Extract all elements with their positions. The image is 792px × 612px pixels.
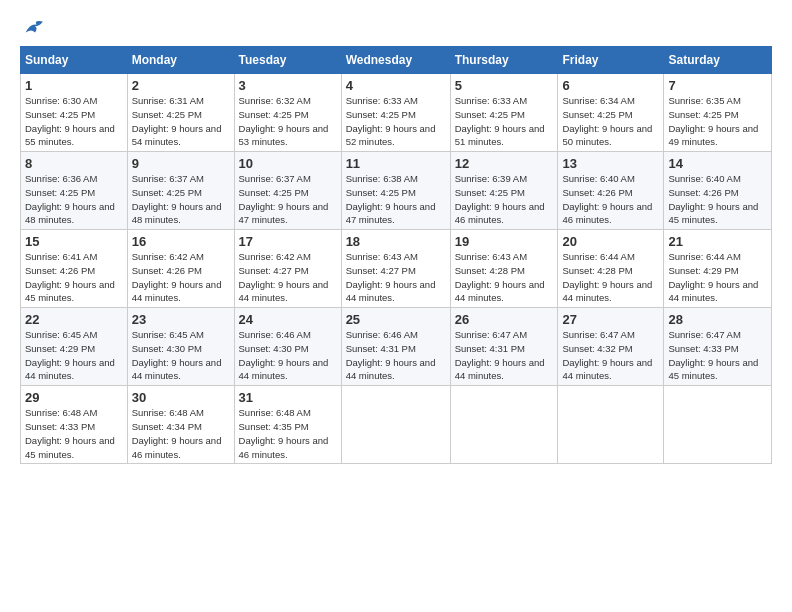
day-cell-24: 24Sunrise: 6:46 AMSunset: 4:30 PMDayligh… (234, 308, 341, 386)
empty-cell (341, 386, 450, 464)
day-number: 25 (346, 312, 446, 327)
header (20, 18, 772, 36)
day-info: Sunrise: 6:47 AMSunset: 4:32 PMDaylight:… (562, 328, 659, 383)
day-cell-5: 5Sunrise: 6:33 AMSunset: 4:25 PMDaylight… (450, 74, 558, 152)
day-info: Sunrise: 6:45 AMSunset: 4:29 PMDaylight:… (25, 328, 123, 383)
day-info: Sunrise: 6:47 AMSunset: 4:31 PMDaylight:… (455, 328, 554, 383)
day-info: Sunrise: 6:36 AMSunset: 4:25 PMDaylight:… (25, 172, 123, 227)
day-info: Sunrise: 6:42 AMSunset: 4:26 PMDaylight:… (132, 250, 230, 305)
day-cell-9: 9Sunrise: 6:37 AMSunset: 4:25 PMDaylight… (127, 152, 234, 230)
day-number: 9 (132, 156, 230, 171)
day-info: Sunrise: 6:47 AMSunset: 4:33 PMDaylight:… (668, 328, 767, 383)
day-number: 19 (455, 234, 554, 249)
calendar-header-row: SundayMondayTuesdayWednesdayThursdayFrid… (21, 47, 772, 74)
day-info: Sunrise: 6:44 AMSunset: 4:28 PMDaylight:… (562, 250, 659, 305)
day-cell-4: 4Sunrise: 6:33 AMSunset: 4:25 PMDaylight… (341, 74, 450, 152)
empty-cell (450, 386, 558, 464)
week-row-4: 22Sunrise: 6:45 AMSunset: 4:29 PMDayligh… (21, 308, 772, 386)
header-day-sunday: Sunday (21, 47, 128, 74)
header-day-monday: Monday (127, 47, 234, 74)
day-number: 11 (346, 156, 446, 171)
day-cell-8: 8Sunrise: 6:36 AMSunset: 4:25 PMDaylight… (21, 152, 128, 230)
day-number: 17 (239, 234, 337, 249)
day-cell-12: 12Sunrise: 6:39 AMSunset: 4:25 PMDayligh… (450, 152, 558, 230)
day-number: 16 (132, 234, 230, 249)
page: SundayMondayTuesdayWednesdayThursdayFrid… (0, 0, 792, 612)
day-info: Sunrise: 6:40 AMSunset: 4:26 PMDaylight:… (668, 172, 767, 227)
day-number: 20 (562, 234, 659, 249)
header-day-saturday: Saturday (664, 47, 772, 74)
day-info: Sunrise: 6:42 AMSunset: 4:27 PMDaylight:… (239, 250, 337, 305)
day-number: 21 (668, 234, 767, 249)
day-cell-16: 16Sunrise: 6:42 AMSunset: 4:26 PMDayligh… (127, 230, 234, 308)
day-info: Sunrise: 6:46 AMSunset: 4:31 PMDaylight:… (346, 328, 446, 383)
week-row-1: 1Sunrise: 6:30 AMSunset: 4:25 PMDaylight… (21, 74, 772, 152)
day-cell-17: 17Sunrise: 6:42 AMSunset: 4:27 PMDayligh… (234, 230, 341, 308)
day-info: Sunrise: 6:33 AMSunset: 4:25 PMDaylight:… (455, 94, 554, 149)
day-info: Sunrise: 6:43 AMSunset: 4:27 PMDaylight:… (346, 250, 446, 305)
header-day-friday: Friday (558, 47, 664, 74)
day-info: Sunrise: 6:33 AMSunset: 4:25 PMDaylight:… (346, 94, 446, 149)
logo (20, 18, 48, 36)
day-number: 7 (668, 78, 767, 93)
day-number: 23 (132, 312, 230, 327)
day-number: 6 (562, 78, 659, 93)
week-row-2: 8Sunrise: 6:36 AMSunset: 4:25 PMDaylight… (21, 152, 772, 230)
day-info: Sunrise: 6:48 AMSunset: 4:34 PMDaylight:… (132, 406, 230, 461)
day-number: 27 (562, 312, 659, 327)
day-cell-19: 19Sunrise: 6:43 AMSunset: 4:28 PMDayligh… (450, 230, 558, 308)
day-info: Sunrise: 6:35 AMSunset: 4:25 PMDaylight:… (668, 94, 767, 149)
day-number: 3 (239, 78, 337, 93)
day-info: Sunrise: 6:37 AMSunset: 4:25 PMDaylight:… (132, 172, 230, 227)
day-number: 2 (132, 78, 230, 93)
day-cell-11: 11Sunrise: 6:38 AMSunset: 4:25 PMDayligh… (341, 152, 450, 230)
day-cell-7: 7Sunrise: 6:35 AMSunset: 4:25 PMDaylight… (664, 74, 772, 152)
day-number: 24 (239, 312, 337, 327)
day-number: 22 (25, 312, 123, 327)
day-cell-21: 21Sunrise: 6:44 AMSunset: 4:29 PMDayligh… (664, 230, 772, 308)
calendar-table: SundayMondayTuesdayWednesdayThursdayFrid… (20, 46, 772, 464)
day-cell-3: 3Sunrise: 6:32 AMSunset: 4:25 PMDaylight… (234, 74, 341, 152)
header-day-thursday: Thursday (450, 47, 558, 74)
day-number: 15 (25, 234, 123, 249)
day-number: 1 (25, 78, 123, 93)
day-number: 31 (239, 390, 337, 405)
day-number: 8 (25, 156, 123, 171)
header-day-tuesday: Tuesday (234, 47, 341, 74)
day-cell-15: 15Sunrise: 6:41 AMSunset: 4:26 PMDayligh… (21, 230, 128, 308)
day-number: 13 (562, 156, 659, 171)
day-cell-20: 20Sunrise: 6:44 AMSunset: 4:28 PMDayligh… (558, 230, 664, 308)
day-info: Sunrise: 6:40 AMSunset: 4:26 PMDaylight:… (562, 172, 659, 227)
day-info: Sunrise: 6:44 AMSunset: 4:29 PMDaylight:… (668, 250, 767, 305)
day-info: Sunrise: 6:32 AMSunset: 4:25 PMDaylight:… (239, 94, 337, 149)
day-cell-13: 13Sunrise: 6:40 AMSunset: 4:26 PMDayligh… (558, 152, 664, 230)
day-info: Sunrise: 6:39 AMSunset: 4:25 PMDaylight:… (455, 172, 554, 227)
day-number: 18 (346, 234, 446, 249)
day-number: 26 (455, 312, 554, 327)
day-info: Sunrise: 6:31 AMSunset: 4:25 PMDaylight:… (132, 94, 230, 149)
day-number: 5 (455, 78, 554, 93)
day-number: 4 (346, 78, 446, 93)
day-cell-26: 26Sunrise: 6:47 AMSunset: 4:31 PMDayligh… (450, 308, 558, 386)
day-number: 30 (132, 390, 230, 405)
day-number: 14 (668, 156, 767, 171)
day-info: Sunrise: 6:48 AMSunset: 4:33 PMDaylight:… (25, 406, 123, 461)
empty-cell (558, 386, 664, 464)
day-number: 12 (455, 156, 554, 171)
week-row-5: 29Sunrise: 6:48 AMSunset: 4:33 PMDayligh… (21, 386, 772, 464)
day-cell-28: 28Sunrise: 6:47 AMSunset: 4:33 PMDayligh… (664, 308, 772, 386)
day-cell-1: 1Sunrise: 6:30 AMSunset: 4:25 PMDaylight… (21, 74, 128, 152)
header-day-wednesday: Wednesday (341, 47, 450, 74)
day-info: Sunrise: 6:41 AMSunset: 4:26 PMDaylight:… (25, 250, 123, 305)
day-info: Sunrise: 6:34 AMSunset: 4:25 PMDaylight:… (562, 94, 659, 149)
day-info: Sunrise: 6:30 AMSunset: 4:25 PMDaylight:… (25, 94, 123, 149)
day-info: Sunrise: 6:45 AMSunset: 4:30 PMDaylight:… (132, 328, 230, 383)
day-cell-25: 25Sunrise: 6:46 AMSunset: 4:31 PMDayligh… (341, 308, 450, 386)
day-cell-18: 18Sunrise: 6:43 AMSunset: 4:27 PMDayligh… (341, 230, 450, 308)
day-info: Sunrise: 6:43 AMSunset: 4:28 PMDaylight:… (455, 250, 554, 305)
day-cell-30: 30Sunrise: 6:48 AMSunset: 4:34 PMDayligh… (127, 386, 234, 464)
week-row-3: 15Sunrise: 6:41 AMSunset: 4:26 PMDayligh… (21, 230, 772, 308)
day-info: Sunrise: 6:37 AMSunset: 4:25 PMDaylight:… (239, 172, 337, 227)
day-cell-14: 14Sunrise: 6:40 AMSunset: 4:26 PMDayligh… (664, 152, 772, 230)
day-cell-27: 27Sunrise: 6:47 AMSunset: 4:32 PMDayligh… (558, 308, 664, 386)
